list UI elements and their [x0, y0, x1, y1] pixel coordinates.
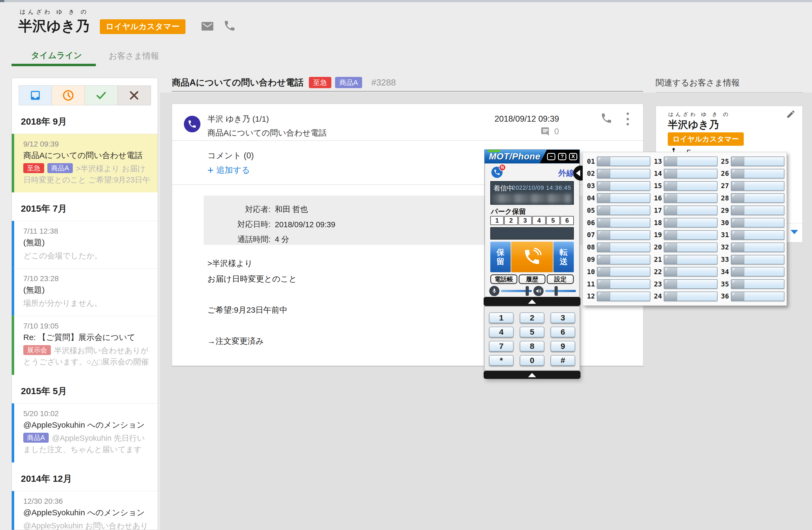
dial-key-button[interactable]: 2 [520, 312, 545, 323]
park-slot-field[interactable] [731, 267, 784, 277]
park-slot-field[interactable] [664, 279, 717, 289]
filter-clock-button[interactable] [52, 86, 85, 105]
timeline-entry[interactable]: 7/10 23:28(無題)場所が分かりません。 [12, 268, 158, 316]
answer-button[interactable] [511, 242, 553, 272]
park-slot-field[interactable] [664, 193, 717, 203]
dial-key-button[interactable]: 1 [489, 312, 513, 323]
dial-key-button[interactable]: 7 [489, 341, 513, 351]
park-slot-field[interactable] [597, 218, 650, 227]
mic-volume-slider[interactable] [501, 290, 532, 292]
filter-done-button[interactable] [85, 86, 118, 105]
park-slot-field[interactable] [597, 193, 650, 203]
dial-key-button[interactable]: 6 [551, 326, 575, 337]
caret-down-icon[interactable] [791, 230, 798, 234]
dial-key-button[interactable]: 3 [551, 312, 575, 323]
edit-pencil-icon[interactable] [786, 109, 796, 119]
park-slot-row: 25 [719, 155, 784, 167]
park-slot-field[interactable] [731, 193, 784, 203]
park-slot-field[interactable] [664, 242, 717, 252]
tab-customer-info[interactable]: お客さま情報 [108, 51, 159, 61]
park-slot-field[interactable] [597, 169, 650, 179]
park-slot-field[interactable] [664, 292, 717, 301]
timeline-entry[interactable]: 9/12 09:39商品Aについての問い合わせ電話至急商品A>半沢様より お届け… [12, 134, 158, 192]
speaker-volume-handle[interactable] [554, 286, 558, 296]
park-key-button[interactable]: 2 [504, 216, 518, 225]
park-slot-field[interactable] [664, 156, 717, 166]
park-slot-field[interactable] [731, 255, 784, 264]
mail-icon[interactable] [201, 20, 214, 33]
park-slot-field[interactable] [597, 255, 650, 264]
collapse-bar-top[interactable] [483, 297, 580, 306]
park-slot-field[interactable] [597, 156, 650, 166]
collapse-bar-bottom[interactable] [483, 371, 580, 379]
hold-button[interactable]: 保 留 [490, 242, 511, 272]
dial-key-button[interactable]: 4 [489, 326, 513, 337]
filter-close-button[interactable] [118, 86, 150, 105]
ticket-number: #3288 [371, 78, 396, 88]
park-key-button[interactable]: 5 [546, 216, 560, 225]
park-slot-column: 131415161718192021222324 [652, 155, 717, 302]
dial-key-button[interactable]: 5 [520, 326, 545, 337]
filter-inbox-button[interactable] [19, 86, 52, 105]
add-comment-link[interactable]: + 追加する [207, 165, 250, 176]
timeline-entry[interactable]: 7/10 19:05Re: 【ご質問】展示会について展示会半沢様お問い合わせあり… [12, 316, 158, 375]
park-slot-field[interactable] [664, 218, 717, 227]
dial-key-button[interactable]: 0 [520, 355, 545, 366]
park-slot-field[interactable] [597, 230, 650, 240]
dial-key-button[interactable]: 8 [520, 341, 545, 351]
park-slot-field[interactable] [664, 255, 717, 264]
dial-key-button[interactable]: 9 [551, 341, 575, 351]
park-key-button[interactable]: 3 [518, 216, 532, 225]
detail-value: 4 分 [271, 234, 289, 245]
park-slot-field[interactable] [664, 169, 717, 179]
park-slot-field[interactable] [731, 181, 784, 191]
phone-menu-button[interactable]: 履歴 [519, 274, 546, 284]
motphone-titlebar[interactable]: MOT/Phone − ? X [484, 150, 580, 164]
speaker-volume-slider[interactable] [545, 290, 576, 292]
mic-volume-handle[interactable] [526, 286, 529, 296]
dial-key-button[interactable]: # [551, 355, 575, 366]
timeline-entry[interactable]: 12/30 20:36@AppleSyokuhin へのメンション@AppleS… [12, 491, 158, 530]
park-key-button[interactable]: 4 [532, 216, 546, 225]
minimize-button[interactable]: − [547, 153, 555, 160]
park-slot-field[interactable] [597, 242, 650, 252]
call-action-icon[interactable] [600, 112, 613, 124]
park-slot-field[interactable] [597, 181, 650, 191]
timeline-entry-title: (無題) [23, 238, 151, 247]
park-slot-field[interactable] [731, 156, 784, 166]
close-button[interactable]: X [569, 153, 577, 160]
park-slot-field[interactable] [664, 206, 717, 215]
kebab-menu-icon[interactable] [625, 113, 630, 125]
help-button[interactable]: ? [558, 153, 566, 160]
timeline-entry-date: 5/20 10:02 [23, 409, 151, 418]
phone-menu-button[interactable]: 電話帳 [490, 274, 517, 284]
timeline-entry[interactable]: 5/20 10:02@AppleSyokuhin へのメンション商品A@Appl… [12, 403, 158, 462]
phone-menu-button[interactable]: 設定 [547, 274, 574, 284]
tab-timeline[interactable]: タイムライン [31, 50, 82, 61]
park-slot-field[interactable] [597, 279, 650, 289]
park-slot-field[interactable] [731, 230, 784, 240]
park-slot-field[interactable] [731, 242, 784, 252]
park-slot-field[interactable] [731, 169, 784, 179]
phone-icon[interactable] [223, 19, 236, 32]
park-slot-field[interactable] [731, 218, 784, 227]
park-slot-number: 01 [585, 157, 597, 165]
park-slot-field[interactable] [731, 206, 784, 215]
park-slot-field[interactable] [664, 181, 717, 191]
park-slot-field[interactable] [597, 267, 650, 277]
park-slot-row: 35 [719, 278, 784, 290]
timeline-entry[interactable]: 7/11 12:38(無題)どこの会場でしたか。 [12, 221, 158, 268]
park-slot-field[interactable] [597, 292, 650, 301]
transfer-button[interactable]: 転 送 [553, 242, 574, 272]
detail-label: 対応日時: [204, 219, 271, 230]
dial-key-button[interactable]: * [489, 355, 513, 366]
park-key-button[interactable]: 1 [490, 216, 504, 225]
park-slot-row: 12 [585, 291, 650, 302]
ticket-title-divider [172, 91, 643, 92]
park-slot-field[interactable] [664, 267, 717, 277]
park-slot-field[interactable] [731, 279, 784, 289]
park-slot-field[interactable] [597, 206, 650, 215]
park-slot-field[interactable] [664, 230, 717, 240]
park-slot-field[interactable] [731, 292, 784, 301]
park-key-button[interactable]: 6 [561, 216, 574, 225]
